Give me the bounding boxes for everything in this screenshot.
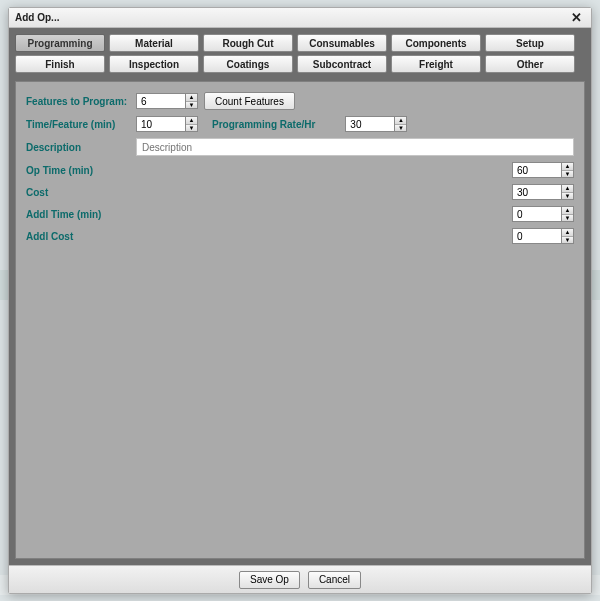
time-feature-input[interactable] — [136, 116, 186, 132]
features-spinner: ▲ ▼ — [136, 93, 198, 109]
tab-label: Finish — [45, 59, 74, 70]
chevron-down-icon[interactable]: ▼ — [562, 171, 573, 178]
chevron-down-icon[interactable]: ▼ — [186, 102, 197, 109]
addl-time-spinner: ▲ ▼ — [512, 206, 574, 222]
tab-strip: Programming Material Rough Cut Consumabl… — [9, 28, 591, 75]
features-label: Features to Program: — [26, 96, 136, 107]
tab-rough-cut[interactable]: Rough Cut — [203, 34, 293, 52]
add-op-dialog: Add Op... ✕ Programming Material Rough C… — [8, 7, 592, 594]
features-input[interactable] — [136, 93, 186, 109]
tab-label: Setup — [516, 38, 544, 49]
button-label: Save Op — [250, 574, 289, 585]
chevron-up-icon[interactable]: ▲ — [562, 207, 573, 215]
tab-label: Material — [135, 38, 173, 49]
tab-consumables[interactable]: Consumables — [297, 34, 387, 52]
features-spin-buttons: ▲ ▼ — [186, 93, 198, 109]
addl-cost-spinner: ▲ ▼ — [512, 228, 574, 244]
tab-programming[interactable]: Programming — [15, 34, 105, 52]
chevron-down-icon[interactable]: ▼ — [562, 193, 573, 200]
tab-coatings[interactable]: Coatings — [203, 55, 293, 73]
cost-spin-buttons: ▲ ▼ — [562, 184, 574, 200]
addl-time-spin-buttons: ▲ ▼ — [562, 206, 574, 222]
cancel-button[interactable]: Cancel — [308, 571, 361, 589]
addl-time-input[interactable] — [512, 206, 562, 222]
time-feature-spin-buttons: ▲ ▼ — [186, 116, 198, 132]
tab-freight[interactable]: Freight — [391, 55, 481, 73]
tab-label: Coatings — [227, 59, 270, 70]
tab-label: Subcontract — [313, 59, 371, 70]
addl-cost-spin-buttons: ▲ ▼ — [562, 228, 574, 244]
tab-label: Programming — [27, 38, 92, 49]
tab-material[interactable]: Material — [109, 34, 199, 52]
tab-other[interactable]: Other — [485, 55, 575, 73]
description-input[interactable] — [136, 138, 574, 156]
chevron-down-icon[interactable]: ▼ — [562, 237, 573, 244]
tab-inspection[interactable]: Inspection — [109, 55, 199, 73]
dialog-footer: Save Op Cancel — [9, 565, 591, 593]
tab-label: Rough Cut — [222, 38, 273, 49]
tab-label: Components — [405, 38, 466, 49]
addl-cost-label: Addl Cost — [26, 231, 136, 242]
chevron-down-icon[interactable]: ▼ — [395, 125, 406, 132]
tab-subcontract[interactable]: Subcontract — [297, 55, 387, 73]
count-features-button[interactable]: Count Features — [204, 92, 295, 110]
chevron-up-icon[interactable]: ▲ — [562, 229, 573, 237]
chevron-down-icon[interactable]: ▼ — [186, 125, 197, 132]
prog-rate-label: Programming Rate/Hr — [212, 119, 315, 130]
button-label: Count Features — [215, 96, 284, 107]
time-feature-spinner: ▲ ▼ — [136, 116, 198, 132]
dialog-title: Add Op... — [15, 12, 59, 23]
tab-setup[interactable]: Setup — [485, 34, 575, 52]
chevron-up-icon[interactable]: ▲ — [562, 163, 573, 171]
addl-time-label: Addl Time (min) — [26, 209, 136, 220]
addl-cost-input[interactable] — [512, 228, 562, 244]
cost-input[interactable] — [512, 184, 562, 200]
op-time-input[interactable] — [512, 162, 562, 178]
tab-label: Freight — [419, 59, 453, 70]
prog-rate-input[interactable] — [345, 116, 395, 132]
tab-components[interactable]: Components — [391, 34, 481, 52]
chevron-up-icon[interactable]: ▲ — [395, 117, 406, 125]
op-time-spinner: ▲ ▼ — [512, 162, 574, 178]
tab-label: Inspection — [129, 59, 179, 70]
chevron-up-icon[interactable]: ▲ — [562, 185, 573, 193]
chevron-down-icon[interactable]: ▼ — [562, 215, 573, 222]
cost-label: Cost — [26, 187, 136, 198]
op-time-spin-buttons: ▲ ▼ — [562, 162, 574, 178]
tab-finish[interactable]: Finish — [15, 55, 105, 73]
cost-spinner: ▲ ▼ — [512, 184, 574, 200]
prog-rate-spinner: ▲ ▼ — [345, 116, 407, 132]
dialog-titlebar: Add Op... ✕ — [9, 8, 591, 28]
chevron-up-icon[interactable]: ▲ — [186, 117, 197, 125]
prog-rate-spin-buttons: ▲ ▼ — [395, 116, 407, 132]
chevron-up-icon[interactable]: ▲ — [186, 94, 197, 102]
op-time-label: Op Time (min) — [26, 165, 136, 176]
tab-label: Consumables — [309, 38, 375, 49]
time-feature-label: Time/Feature (min) — [26, 119, 136, 130]
form-panel: Features to Program: ▲ ▼ Count Features … — [15, 81, 585, 559]
close-icon[interactable]: ✕ — [568, 10, 585, 25]
save-button[interactable]: Save Op — [239, 571, 300, 589]
tab-label: Other — [517, 59, 544, 70]
button-label: Cancel — [319, 574, 350, 585]
description-label: Description — [26, 142, 136, 153]
